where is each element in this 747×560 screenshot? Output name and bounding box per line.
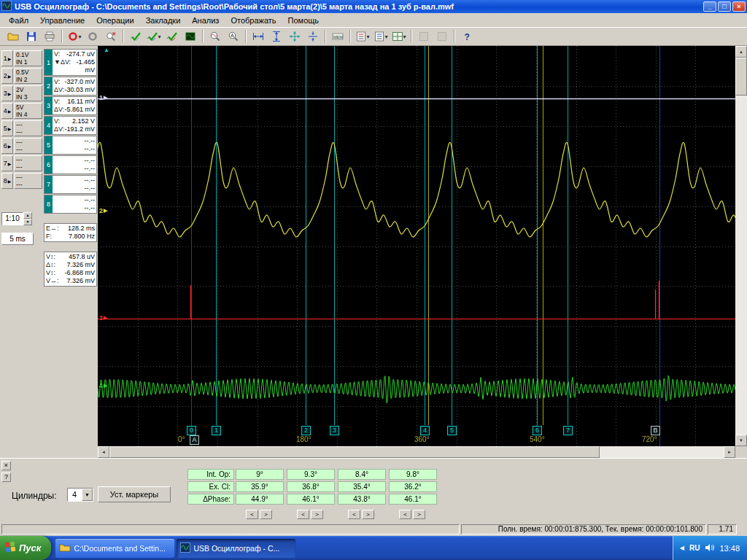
- report-list-button[interactable]: ▾: [372, 28, 390, 44]
- menu-help[interactable]: Помощь: [282, 15, 325, 26]
- cylinder-1-prev-button[interactable]: <: [246, 510, 258, 519]
- channel-2-range[interactable]: 0.5VIN 2: [14, 68, 42, 84]
- dropdown-arrow-icon[interactable]: ▾: [366, 34, 369, 40]
- horizontal-scrollbar[interactable]: ◄ ►: [98, 446, 735, 458]
- timing-marker-3[interactable]: 3: [330, 426, 339, 435]
- open-button[interactable]: [4, 28, 22, 44]
- marker-stats-readout: V↕:457.8 uVΔ↕:7.326 mVV↕:-6.868 mVV↔:7.3…: [44, 252, 97, 287]
- dropdown-arrow-icon[interactable]: ▾: [158, 34, 160, 40]
- measure-mode-button[interactable]: ▾: [145, 28, 163, 44]
- channel-1-button[interactable]: 1▶: [1, 50, 13, 66]
- close-button[interactable]: ×: [732, 1, 746, 12]
- dropdown-arrow-icon[interactable]: ▼: [82, 489, 93, 501]
- channel-5-range[interactable]: ------: [14, 120, 42, 136]
- cylinders-select[interactable]: 4 ▼: [67, 488, 93, 502]
- timebase-button[interactable]: 5 ms: [1, 233, 34, 245]
- channel-6-range[interactable]: ------: [14, 138, 42, 154]
- scroll-down-button[interactable]: ▼: [735, 435, 747, 446]
- bookmark-list-button[interactable]: ▾: [354, 28, 371, 44]
- minimize-button[interactable]: _: [703, 1, 716, 12]
- volume-icon[interactable]: [705, 543, 714, 553]
- trigger-marker[interactable]: ▲: [104, 47, 109, 53]
- overlay-mode-button[interactable]: [182, 28, 199, 44]
- set-markers-button[interactable]: Уст. маркеры: [98, 486, 171, 502]
- scroll-up-button[interactable]: ▲: [735, 46, 747, 58]
- verify-signal-button[interactable]: [163, 28, 181, 44]
- horizontal-markers-button[interactable]: [249, 28, 267, 44]
- timing-marker-4[interactable]: 4: [420, 426, 430, 435]
- channel-3-range[interactable]: 2VIN 3: [14, 85, 42, 101]
- vertical-markers-button[interactable]: [268, 28, 285, 44]
- memory-button[interactable]: MEM: [329, 28, 347, 44]
- probe-ratio-spinner[interactable]: 1:10 ▲ ▼: [1, 212, 32, 225]
- start-acquisition-button[interactable]: ▾: [66, 28, 83, 44]
- dropdown-arrow-icon[interactable]: ▾: [384, 34, 387, 40]
- range-marker-A[interactable]: A: [190, 435, 199, 445]
- stop-acquisition-button[interactable]: [84, 28, 101, 44]
- cylinder-4-prev-button[interactable]: <: [399, 510, 411, 519]
- language-indicator[interactable]: RU: [689, 544, 700, 552]
- darkpane-icon: [185, 31, 196, 42]
- menu-control[interactable]: Управление: [34, 15, 90, 26]
- panel-close-button[interactable]: ×: [1, 461, 11, 470]
- channel-4-range[interactable]: 5VIN 4: [14, 103, 42, 119]
- autoset-button[interactable]: [127, 28, 144, 44]
- channel-1-readout: 1V:-274.7 uV▼ΔV:-1.465 mV: [44, 49, 97, 76]
- spin-down-icon[interactable]: ▼: [23, 219, 32, 225]
- grid-settings-button[interactable]: ▾: [390, 28, 408, 44]
- timing-marker-2[interactable]: 2: [301, 426, 311, 435]
- timing-marker-5[interactable]: 5: [447, 426, 457, 435]
- channel-7-button[interactable]: 7▶: [1, 155, 13, 171]
- channel-5-button[interactable]: 5▶: [1, 120, 13, 136]
- channel-2-button[interactable]: 2▶: [1, 68, 13, 84]
- channel-8-button[interactable]: 8▶: [1, 173, 13, 189]
- help-button[interactable]: ?: [458, 28, 476, 44]
- save-button[interactable]: [23, 28, 40, 44]
- cylinder-3-prev-button[interactable]: <: [348, 510, 360, 519]
- maximize-button[interactable]: □: [718, 1, 731, 12]
- dropdown-arrow-icon[interactable]: ▾: [403, 34, 406, 40]
- timing-marker-7[interactable]: 7: [563, 426, 573, 435]
- timing-marker-0[interactable]: 0: [187, 426, 196, 435]
- dropdown-arrow-icon[interactable]: ▾: [78, 34, 81, 40]
- center-markers-button[interactable]: [286, 28, 303, 44]
- timing-marker-1[interactable]: 1: [212, 426, 221, 435]
- cylinder-2-next-button[interactable]: >: [311, 510, 323, 519]
- zoom-auto-button[interactable]: A: [225, 28, 242, 44]
- spin-up-icon[interactable]: ▲: [23, 212, 32, 219]
- channel-4-button[interactable]: 4▶: [1, 103, 13, 119]
- menu-analysis[interactable]: Анализ: [186, 15, 225, 26]
- timing-marker-6[interactable]: 6: [533, 426, 542, 435]
- fit-signal-button[interactable]: [304, 28, 322, 44]
- cylinder-4-next-button[interactable]: >: [413, 510, 425, 519]
- channel-6-button[interactable]: 6▶: [1, 138, 13, 154]
- vertical-scroll-thumb[interactable]: [735, 58, 747, 96]
- zoom-signal-button[interactable]: [206, 28, 224, 44]
- scroll-left-button[interactable]: ◄: [98, 446, 109, 458]
- cylinder-2-prev-button[interactable]: <: [297, 510, 309, 519]
- toolbar-separator: [325, 30, 326, 43]
- menu-view[interactable]: Отображать: [225, 15, 282, 26]
- clear-button[interactable]: [102, 28, 120, 44]
- range-marker-B[interactable]: B: [651, 426, 660, 435]
- menu-file[interactable]: Файл: [3, 15, 34, 26]
- app-icon: [180, 542, 190, 554]
- start-button[interactable]: Пуск: [0, 536, 51, 560]
- channel-8-range[interactable]: ------: [14, 173, 42, 189]
- menu-bookmarks[interactable]: Закладки: [140, 15, 187, 26]
- cylinder-1-next-button[interactable]: >: [260, 510, 272, 519]
- menu-operations[interactable]: Операции: [90, 15, 139, 26]
- cylinder-3-next-button[interactable]: >: [362, 510, 374, 519]
- scroll-right-button[interactable]: ►: [724, 446, 735, 458]
- channel-row-1: 1▶0.1VIN 1: [1, 50, 42, 66]
- hide-icons-chevron[interactable]: ◀: [680, 545, 684, 551]
- task-button-2[interactable]: USB Осциллограф - C...: [177, 539, 295, 558]
- vertical-scrollbar[interactable]: ▲ ▼: [735, 46, 747, 446]
- channel-3-button[interactable]: 3▶: [1, 85, 13, 101]
- channel-7-range[interactable]: ------: [14, 155, 42, 171]
- horizontal-scroll-thumb[interactable]: [109, 446, 600, 458]
- panel-help-button[interactable]: ?: [1, 472, 11, 482]
- print-button[interactable]: [41, 28, 58, 44]
- channel-1-range[interactable]: 0.1VIN 1: [14, 50, 42, 66]
- task-button-1[interactable]: C:\Documents and Settin...: [55, 539, 174, 558]
